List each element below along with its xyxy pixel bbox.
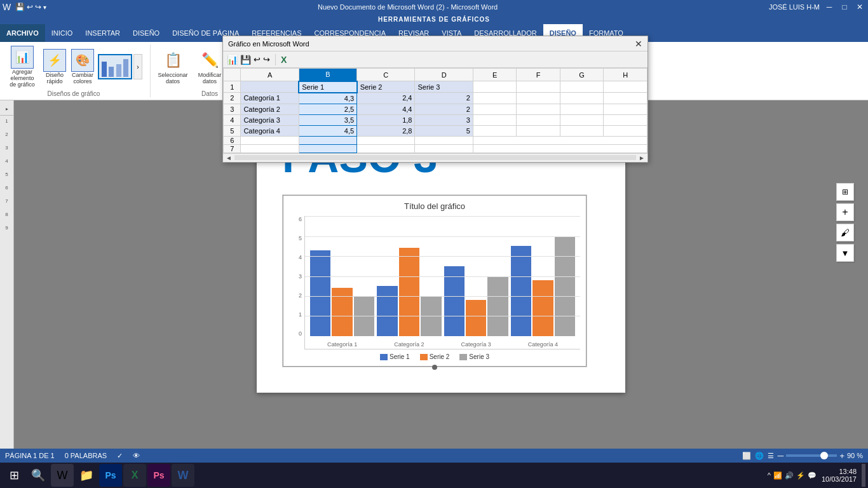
agregar-elemento-btn[interactable]: 📊 Agregar elementode gráfico [5, 44, 39, 89]
ss-cell-5e[interactable] [473, 125, 517, 136]
ss-col-c[interactable]: C [357, 69, 415, 81]
taskbar-ps2-icon[interactable]: Ps [147, 464, 170, 487]
ss-cell-2h[interactable] [604, 93, 648, 104]
ss-cell-3h[interactable] [604, 104, 648, 114]
ss-cell-3b[interactable]: 2,5 [299, 104, 356, 114]
diseno-rapido-btn[interactable]: ⚡ Diseñorápido [42, 48, 67, 86]
spreadsheet-close-btn[interactable]: ✕ [635, 39, 642, 49]
undo-quick-btn[interactable]: ↩ [27, 3, 33, 11]
show-desktop-btn[interactable] [862, 464, 865, 487]
ss-cell-4g[interactable] [560, 114, 604, 125]
tray-battery[interactable]: ⚡ [796, 471, 805, 480]
ss-cell-7a[interactable] [241, 144, 299, 152]
taskbar-ps-icon[interactable]: Ps [99, 464, 122, 487]
ss-cell-6c[interactable] [357, 136, 415, 144]
view-icon[interactable]: 👁 [133, 452, 140, 460]
restore-btn[interactable]: □ [839, 3, 850, 11]
ss-cell-2c[interactable]: 2,4 [357, 93, 415, 104]
ss-cell-2d[interactable]: 2 [415, 93, 473, 104]
ss-cell-5h[interactable] [604, 125, 648, 136]
ss-cell-1g[interactable] [560, 81, 604, 93]
ss-col-h[interactable]: H [604, 69, 648, 81]
taskbar-word-icon[interactable]: W [51, 464, 74, 487]
tab-archivo[interactable]: ARCHIVO [0, 24, 45, 42]
taskbar-excel-icon[interactable]: X [123, 464, 146, 487]
ss-cell-1b[interactable]: Serie 1 [299, 81, 356, 93]
ss-undo-btn[interactable]: ↩ [254, 55, 261, 64]
zoom-in-btn[interactable]: + [839, 451, 844, 461]
ss-cell-4b[interactable]: 3,5 [299, 114, 356, 125]
ss-cell-3e[interactable] [473, 104, 517, 114]
seleccionar-datos-btn[interactable]: 📋 Seleccionar datos [156, 48, 190, 86]
ss-cell-3c[interactable]: 4,4 [357, 104, 415, 114]
ss-cell-1f[interactable] [517, 81, 560, 93]
ss-cell-7c[interactable] [357, 144, 415, 152]
tab-insertar[interactable]: INSERTAR [79, 24, 126, 42]
ss-cell-4e[interactable] [473, 114, 517, 125]
view-outline-btn[interactable]: ☰ [768, 452, 774, 460]
ss-cell-1e[interactable] [473, 81, 517, 93]
ss-save-btn[interactable]: 💾 [240, 55, 251, 65]
ss-cell-7d[interactable] [415, 144, 473, 152]
ss-cell-5b[interactable]: 4,5 [299, 125, 356, 136]
ss-cell-2a[interactable]: Categoría 1 [241, 93, 299, 104]
zoom-out-btn[interactable]: ─ [778, 451, 783, 461]
ss-cell-5f[interactable] [517, 125, 560, 136]
ss-cell-3d[interactable]: 2 [415, 104, 473, 114]
view-print-btn[interactable]: ⬜ [742, 452, 751, 460]
ss-cell-1c[interactable]: Serie 2 [357, 81, 415, 93]
ss-cell-1h[interactable] [604, 81, 648, 93]
save-quick-btn[interactable]: 💾 [15, 3, 25, 11]
chart-tool-layout[interactable]: ⊞ [836, 183, 854, 201]
minimize-btn[interactable]: ─ [824, 3, 835, 11]
ss-cell-6b[interactable] [299, 136, 356, 144]
ss-col-f[interactable]: F [517, 69, 560, 81]
tray-up-arrow[interactable]: ^ [768, 471, 771, 479]
ss-cell-5g[interactable] [560, 125, 604, 136]
redo-quick-btn[interactable]: ↪ [35, 3, 41, 11]
ss-cell-6d[interactable] [415, 136, 473, 144]
modificar-datos-btn[interactable]: ✏️ Modificar datos [193, 48, 227, 86]
ss-col-g[interactable]: G [560, 69, 604, 81]
proofing-icon[interactable]: ✓ [117, 452, 123, 460]
chart-container[interactable]: Título del gráfico 0 1 2 3 4 5 6 [282, 194, 587, 367]
tab-inicio[interactable]: INICIO [45, 24, 79, 42]
chart-tool-brush[interactable]: 🖌 [836, 224, 854, 241]
ss-redo-btn[interactable]: ↪ [263, 55, 270, 64]
chart-style-arrow[interactable]: › [133, 54, 142, 79]
ss-cell-1a[interactable] [241, 81, 299, 93]
ss-cell-2e[interactable] [473, 93, 517, 104]
tray-msg[interactable]: 💬 [808, 471, 817, 480]
cambiar-colores-btn[interactable]: 🎨 Cambiarcolores [70, 48, 95, 86]
ss-cell-2g[interactable] [560, 93, 604, 104]
ss-excel-btn[interactable]: X [281, 55, 287, 65]
taskbar-explorer-icon[interactable]: 📁 [75, 464, 98, 487]
ss-cell-3f[interactable] [517, 104, 560, 114]
ss-col-d[interactable]: D [415, 69, 473, 81]
ss-cell-3a[interactable]: Categoría 2 [241, 104, 299, 114]
ss-col-b[interactable]: B [299, 69, 356, 81]
ss-cell-7b[interactable] [299, 144, 356, 152]
ss-cell-4c[interactable]: 1,8 [357, 114, 415, 125]
ss-cell-4h[interactable] [604, 114, 648, 125]
start-btn[interactable]: ⊞ [3, 464, 25, 487]
ss-cell-5c[interactable]: 2,8 [357, 125, 415, 136]
close-btn[interactable]: ✕ [854, 3, 865, 11]
ss-cell-4a[interactable]: Categoría 3 [241, 114, 299, 125]
chart-style-1[interactable] [98, 54, 132, 79]
ss-chart-btn[interactable]: 📊 [227, 55, 238, 65]
zoom-slider[interactable] [786, 454, 837, 457]
ss-cell-5a[interactable]: Categoría 4 [241, 125, 299, 136]
view-web-btn[interactable]: 🌐 [755, 452, 764, 460]
ss-cell-4d[interactable]: 3 [415, 114, 473, 125]
spreadsheet-overlay[interactable]: Gráfico en Microsoft Word ✕ 📊 💾 ↩ ↪ X A … [222, 36, 648, 163]
ss-cell-1d[interactable]: Serie 3 [415, 81, 473, 93]
ss-cell-5d[interactable]: 5 [415, 125, 473, 136]
ss-cell-4f[interactable] [517, 114, 560, 125]
ss-cell-2f[interactable] [517, 93, 560, 104]
ss-col-e[interactable]: E [473, 69, 517, 81]
chart-tool-filter[interactable]: ▼ [836, 244, 854, 262]
tray-sound[interactable]: 🔊 [785, 471, 794, 480]
ss-scroll-left[interactable]: ◄ [226, 154, 232, 161]
taskbar-word2-icon[interactable]: W [172, 464, 194, 487]
